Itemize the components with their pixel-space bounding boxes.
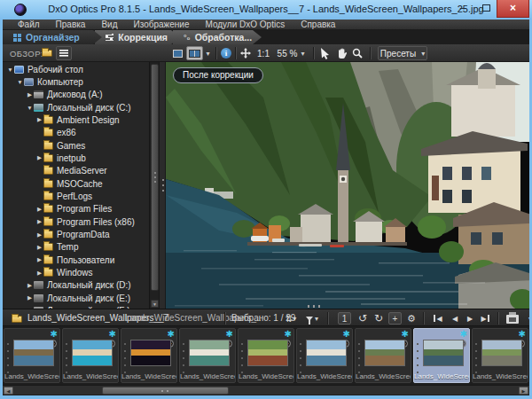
sort-button[interactable]: ⇅: [283, 312, 299, 325]
thumbnail-filename: Lands_WideScreen_Wal: [180, 372, 235, 380]
expander-icon[interactable]: ▶: [35, 244, 43, 251]
folder-icon: [43, 116, 53, 124]
tree-item-msocache[interactable]: MSOCache: [3, 177, 149, 190]
filmstrip-scrollbar[interactable]: ◀ ▶: [3, 385, 529, 395]
zoom-level-dropdown[interactable]: 55 %: [274, 46, 308, 60]
tree-item-ambient-design[interactable]: ▶ Ambient Design: [3, 113, 149, 126]
expander-icon[interactable]: ▼: [16, 79, 24, 85]
zoom-1to1-button[interactable]: 1:1: [254, 46, 272, 60]
settings-button[interactable]: ⚙: [405, 312, 418, 325]
nav-next-button[interactable]: ▶: [464, 312, 476, 325]
expander-icon[interactable]: ▶: [35, 270, 43, 277]
tree-item-mediaserver[interactable]: MediaServer: [3, 165, 149, 177]
minimize-button[interactable]: –: [452, 0, 473, 18]
menu-modules[interactable]: Модули DxO Optics: [197, 20, 293, 30]
rating-dots-icon: [358, 343, 360, 373]
filter-button[interactable]: [304, 312, 320, 325]
expander-icon[interactable]: ▶: [26, 282, 34, 289]
expander-icon[interactable]: ▶: [35, 206, 43, 213]
tree-scroll-down-button[interactable]: ▼: [151, 300, 159, 308]
thumbnail-filename: Lands_WideScreen_Wal: [4, 372, 59, 380]
tab-organizer[interactable]: Органайзер: [3, 30, 102, 44]
hand-tool-button[interactable]: [334, 46, 348, 60]
menu-image[interactable]: Изображение: [125, 20, 197, 30]
tree-item-локальный-диск-e-[interactable]: ▶ Локальный диск (E:): [3, 292, 149, 304]
tree-scrollbar-thumb[interactable]: [151, 64, 159, 291]
tree-item-temp[interactable]: ▶ Temp: [3, 241, 149, 254]
tree-item-inetpub[interactable]: ▶ inetpub: [3, 152, 149, 164]
tree-item-programdata[interactable]: ▶ ProgramData: [3, 229, 149, 241]
browse-folders-button[interactable]: [39, 46, 55, 60]
scroll-left-button[interactable]: ◀: [4, 387, 13, 395]
viewer-splitter-grip-icon[interactable]: [308, 305, 322, 308]
thumbnail-cell[interactable]: ✱ ★ Lands_WideScreen_Wal: [472, 328, 528, 383]
nav-prev-button[interactable]: ◀: [449, 312, 461, 325]
cursor-tool-button[interactable]: [318, 46, 332, 60]
expander-icon[interactable]: ▼: [26, 105, 34, 111]
expander-icon[interactable]: ▶: [35, 116, 43, 123]
expander-icon[interactable]: ▶: [35, 154, 43, 161]
metadata-button[interactable]: 1: [338, 312, 351, 325]
magnifier-tool-button[interactable]: [350, 46, 364, 60]
expander-icon[interactable]: ▶: [35, 231, 43, 239]
tree-item-дисковод-a-[interactable]: ▶ Дисковод (A:): [3, 89, 149, 101]
tree-item-рабочий-стол[interactable]: ▼ Рабочий стол: [3, 63, 149, 75]
tree-item-program-files-x86-[interactable]: ▶ Program Files (x86): [3, 215, 149, 228]
filmstrip-scrollbar-thumb[interactable]: [102, 387, 229, 395]
expander-icon[interactable]: ▶: [35, 256, 43, 263]
scroll-right-button[interactable]: ▶: [519, 387, 528, 395]
expander-icon[interactable]: ▶: [35, 218, 43, 225]
tree-item-локальный-диск-c-[interactable]: ▼ Локальный диск (C:): [3, 101, 149, 113]
tree-item-локальный-диск-d-[interactable]: ▶ Локальный диск (D:): [3, 279, 149, 292]
tree-item-label: Дисковод (A:): [47, 90, 103, 99]
browse-list-button[interactable]: [56, 46, 72, 60]
nav-last-button[interactable]: ▶: [478, 312, 492, 325]
toolbar-separator: [235, 47, 236, 59]
maximize-button[interactable]: [475, 0, 497, 18]
tree-item-пользователи[interactable]: ▶ Пользователи: [3, 254, 149, 266]
tree-item-perflogs[interactable]: PerfLogs: [3, 191, 149, 203]
menu-file[interactable]: Файл: [10, 20, 48, 30]
tree-item-label: Локальный диск (D:): [47, 280, 131, 290]
tree-item-компьютер[interactable]: ▼ Компьютер: [3, 75, 149, 88]
menu-edit[interactable]: Правка: [48, 20, 94, 30]
expander-icon[interactable]: ▶: [26, 294, 34, 301]
tree-item-games[interactable]: Games: [3, 139, 149, 152]
collapse-filmstrip-button[interactable]: [524, 312, 532, 325]
menu-view[interactable]: Вид: [93, 20, 125, 30]
close-button[interactable]: ×: [497, 0, 529, 18]
thumbnail-cell[interactable]: ✱ ★ Lands_WideScreen_Wal: [355, 328, 411, 383]
tree-item-windows[interactable]: ▶ Windows: [3, 267, 149, 279]
compare-view-button[interactable]: [186, 46, 203, 60]
rotate-right-button[interactable]: ↻: [372, 312, 385, 325]
tab-processing[interactable]: °₀ Обработка...: [173, 30, 262, 44]
single-view-button[interactable]: [170, 46, 185, 60]
thumbnail-cell[interactable]: ✱ ★ Lands_WideScreen_Wal: [296, 328, 353, 383]
view-mode-dropdown[interactable]: [204, 46, 212, 60]
menu-help[interactable]: Справка: [293, 20, 343, 30]
tree-item-ex86[interactable]: ex86: [3, 127, 149, 139]
star-badge-icon: ✱: [460, 329, 467, 339]
thumbnail-cell[interactable]: ✱ ★ Lands_WideScreen_Wal: [238, 328, 294, 383]
print-button[interactable]: [505, 312, 520, 325]
expander-icon[interactable]: ▼: [6, 66, 14, 73]
info-button[interactable]: [220, 46, 232, 60]
nav-first-button[interactable]: ◀: [431, 312, 445, 325]
presets-dropdown[interactable]: Пресеты: [378, 46, 427, 60]
thumbnail-cell[interactable]: ✱ ★ Lands_WideScreen_Wal: [62, 328, 119, 383]
drive-icon: [34, 281, 43, 289]
rotate-left-button[interactable]: ↺: [356, 312, 369, 325]
thumbnail-cell[interactable]: ✱ ★ Lands_WideScreen_Wal: [179, 328, 236, 383]
expander-icon[interactable]: ▶: [26, 91, 34, 98]
tree-item-label: Локальный диск (C:): [47, 103, 131, 113]
panel-splitter[interactable]: [159, 62, 166, 309]
tree-scrollbar[interactable]: ▼: [149, 62, 159, 309]
add-button[interactable]: +: [388, 312, 402, 325]
tab-correction[interactable]: Коррекция: [95, 30, 180, 44]
thumbnail-cell[interactable]: ✱ ★ Lands_WideScreen_Wal: [4, 328, 60, 383]
tree-item-label: Рабочий стол: [27, 65, 83, 74]
tree-item-program-files[interactable]: ▶ Program Files: [3, 203, 149, 215]
thumbnail-cell[interactable]: ✱ ★ Lands_WideScreen_Wal: [413, 328, 470, 383]
thumbnail-cell[interactable]: ✱ ★ Lands_WideScreen_Wal: [121, 328, 177, 383]
pan-tool-button[interactable]: [239, 46, 253, 60]
